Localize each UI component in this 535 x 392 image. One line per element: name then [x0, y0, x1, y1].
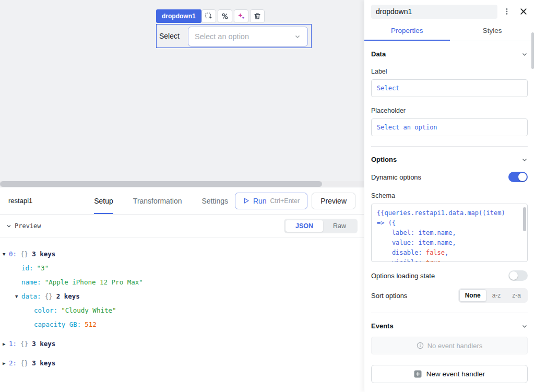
selected-widget-name: dropdown1 — [162, 13, 196, 20]
close-inspector-button[interactable] — [516, 4, 531, 19]
info-icon — [417, 342, 424, 349]
preview-button[interactable]: Preview — [312, 193, 355, 209]
json-tree-row[interactable]: ▼data:{}2 keys — [15, 289, 359, 303]
dropdown-widget[interactable]: Select Select an option — [156, 24, 312, 48]
code-line: visible: true, — [377, 258, 522, 262]
json-value: 512 — [85, 320, 97, 328]
delete-button[interactable] — [250, 9, 265, 23]
code-line: {{queries.restapi1.data.map((item) — [377, 208, 522, 218]
label-field-input[interactable] — [371, 79, 528, 97]
chevron-down-icon[interactable] — [521, 51, 528, 57]
preview-bar-label: Preview — [15, 222, 41, 230]
json-value: "Cloudy White" — [61, 306, 116, 314]
json-key-count: 3 keys — [32, 340, 55, 348]
json-key-count: 2 keys — [56, 292, 80, 300]
sort-options-label: Sort options — [371, 292, 407, 300]
tab-transformation[interactable]: Transformation — [133, 187, 182, 214]
json-brace: {} — [45, 292, 53, 300]
trash-icon — [254, 13, 261, 20]
json-brace: {} — [20, 340, 28, 348]
dynamic-options-toggle[interactable] — [508, 172, 528, 182]
dynamic-options-row: Dynamic options — [371, 172, 528, 182]
app-window: dropdown1 Select Select an option — [0, 0, 535, 392]
section-events-title: Events — [371, 322, 394, 330]
dropdown-widget-control[interactable]: Select an option — [188, 27, 308, 46]
section-events-header[interactable]: Events — [371, 322, 528, 330]
run-button-shortcut: Ctrl+Enter — [270, 197, 300, 205]
schema-code-editor[interactable]: {{queries.restapi1.data.map((item)=> ({ … — [371, 204, 528, 262]
tab-settings[interactable]: Settings — [201, 187, 228, 214]
json-key: 2: — [9, 359, 17, 367]
dropdown-widget-label: Select — [159, 32, 180, 40]
new-event-handler-label: New event handler — [426, 370, 485, 378]
sort-options-row: Sort options None a-z z-a — [371, 288, 528, 303]
tab-properties[interactable]: Properties — [364, 22, 450, 41]
json-brace: {} — [20, 359, 28, 367]
json-key: capacity GB: — [34, 320, 81, 328]
chevron-down-icon — [6, 223, 11, 229]
label-field-label: Label — [371, 68, 528, 75]
query-panel-header: restapi1 Setup Transformation Settings R… — [0, 187, 364, 215]
code-editor-scrollbar-thumb[interactable] — [523, 207, 526, 231]
collapse-arrow-icon[interactable]: ▼ — [15, 294, 21, 299]
tab-setup[interactable]: Setup — [94, 187, 113, 214]
json-brace: {} — [20, 250, 28, 258]
options-loading-row: Options loading state — [371, 270, 528, 281]
json-tree-row: capacity GB:512 — [28, 317, 359, 331]
query-panel: restapi1 Setup Transformation Settings R… — [0, 187, 364, 392]
no-event-handlers-box: No event handlers — [371, 337, 528, 354]
query-tabs: Setup Transformation Settings — [94, 187, 228, 214]
preview-bar: Preview JSON Raw — [0, 215, 364, 238]
percent-button[interactable] — [218, 9, 232, 23]
section-data-header[interactable]: Data — [371, 50, 528, 58]
dashed-select-icon — [205, 13, 212, 20]
json-key-count: 3 keys — [32, 250, 55, 258]
json-tree-row[interactable]: ▶1:{}3 keys — [3, 337, 359, 351]
canvas-horizontal-scrollbar[interactable] — [0, 181, 364, 187]
canvas-horizontal-scrollbar-thumb[interactable] — [0, 181, 322, 187]
json-tree-row[interactable]: ▶2:{}3 keys — [3, 356, 359, 370]
app-canvas[interactable]: dropdown1 Select Select an option — [0, 0, 364, 187]
schema-code: {{queries.restapi1.data.map((item)=> ({ … — [377, 208, 522, 262]
json-tree: ▼0:{}3 keysid:"3"name:"Apple iPhone 12 P… — [0, 238, 364, 392]
preview-section-toggle[interactable]: Preview — [6, 222, 41, 230]
sort-za-button[interactable]: z-a — [506, 289, 527, 302]
ai-button[interactable] — [234, 9, 248, 23]
run-button[interactable]: Run Ctrl+Enter — [235, 193, 307, 209]
new-event-handler-button[interactable]: New event handler — [371, 365, 528, 383]
options-loading-label: Options loading state — [371, 272, 435, 280]
toggle-raw[interactable]: Raw — [323, 220, 356, 232]
chevron-down-icon[interactable] — [521, 157, 528, 163]
toggle-knob — [509, 271, 518, 280]
section-data-title: Data — [371, 50, 386, 58]
expand-arrow-icon[interactable]: ▶ — [3, 361, 9, 366]
schema-label: Schema — [371, 192, 528, 199]
expand-arrow-icon[interactable]: ▶ — [3, 341, 9, 347]
play-icon — [243, 197, 249, 204]
inspector-body: Data Label Placeholder Options Dynamic o… — [364, 41, 535, 392]
dashed-select-button[interactable] — [201, 9, 216, 23]
widget-name-input[interactable] — [371, 5, 497, 19]
placeholder-field-label: Placeholder — [371, 107, 528, 114]
more-options-button[interactable] — [500, 4, 514, 19]
widget-toolbar — [201, 9, 265, 23]
inspector-tabs: Properties Styles — [364, 22, 535, 41]
options-loading-toggle[interactable] — [508, 270, 528, 281]
placeholder-field-input[interactable] — [371, 118, 528, 136]
selected-widget-tag[interactable]: dropdown1 — [156, 9, 201, 23]
toggle-json[interactable]: JSON — [286, 220, 323, 232]
tab-styles[interactable]: Styles — [450, 22, 535, 41]
json-tree-row[interactable]: ▼0:{}3 keys — [3, 247, 359, 261]
json-tree-row: color:"Cloudy White" — [28, 303, 359, 317]
inspector-vertical-scrollbar-thumb[interactable] — [531, 32, 534, 69]
json-key: 0: — [9, 250, 17, 258]
section-options-header[interactable]: Options — [371, 156, 528, 163]
section-options-title: Options — [371, 156, 397, 163]
left-column: dropdown1 Select Select an option — [0, 0, 364, 392]
section-divider — [371, 313, 528, 313]
sort-az-button[interactable]: a-z — [486, 289, 507, 302]
sort-none-button[interactable]: None — [459, 289, 486, 302]
sort-options-segmented: None a-z z-a — [458, 288, 528, 303]
collapse-arrow-icon[interactable]: ▼ — [3, 252, 9, 257]
chevron-down-icon[interactable] — [521, 323, 528, 329]
